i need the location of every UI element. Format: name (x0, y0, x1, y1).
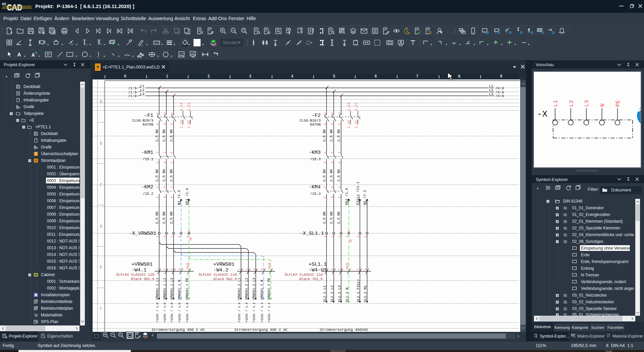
svg-text:1.14: 1.14 (347, 120, 351, 128)
svg-text:2: 2 (323, 162, 327, 164)
svg-text:6: 6 (170, 196, 174, 198)
svg-text:2,5 BK: 2,5 BK (162, 211, 166, 224)
svg-text:-KM1: -KM1 (141, 150, 153, 156)
svg-text:2: 2 (246, 269, 249, 270)
svg-text:3: 3 (338, 236, 341, 237)
svg-text:VRWS01.1 L3: VRWS01.1 L3 (170, 278, 174, 300)
svg-text:a: a (35, 51, 37, 55)
svg-text:+SZ01 / 1.0: +SZ01 / 1.0 (178, 303, 181, 322)
svg-text:L1: L1 (140, 84, 145, 88)
svg-text:-KM3: -KM3 (309, 150, 321, 156)
svg-text:L3: L3 (140, 92, 145, 96)
svg-text:/15.3: /15.3 (310, 157, 321, 161)
svg-text:1: 1 (156, 152, 159, 153)
svg-text:5: 5 (170, 152, 174, 153)
svg-text:Stromversorgung 400 V AC: Stromversorgung 400 V AC (152, 328, 205, 332)
svg-text:B: B (100, 141, 102, 146)
svg-text:EATON: EATON (310, 123, 321, 127)
svg-text:1.14: 1.14 (180, 120, 183, 128)
svg-text:+SZ01 / 1.0: +SZ01 / 1.0 (186, 303, 189, 322)
svg-text:VRWS01.2 L1: VRWS01.2 L1 (237, 278, 241, 300)
svg-text:2,5 BK: 2,5 BK (155, 169, 159, 182)
svg-text:1: 1 (323, 152, 327, 153)
svg-text:4: 4 (331, 162, 334, 164)
svg-text:VRWS01.2 N: VRWS01.2 N (260, 280, 264, 300)
svg-text:PE: PE (350, 239, 353, 243)
svg-text:Stromversorgung 400VAC: Stromversorgung 400VAC (320, 328, 369, 332)
svg-text:PE: PE (615, 100, 621, 107)
svg-text:2: 2 (163, 269, 167, 270)
svg-text:F: F (100, 307, 102, 311)
svg-text:6: 6 (338, 196, 341, 198)
svg-text:-W4.1: -W4.1 (131, 267, 147, 273)
svg-text:2,5 BK: 2,5 BK (155, 129, 159, 142)
svg-text:1: 1 (156, 186, 159, 188)
svg-text:6: 6 (364, 269, 368, 270)
svg-text:6: 6 (170, 162, 174, 164)
svg-text:-X_VRWS01: -X_VRWS01 (129, 231, 156, 236)
svg-text:4: 4 (331, 123, 334, 125)
svg-text:N: N (599, 103, 606, 107)
svg-text:+SL1.1: +SL1.1 (309, 262, 327, 267)
svg-text:-F2: -F2 (312, 113, 321, 119)
svg-text:+SZ01 / 1.0: +SZ01 / 1.0 (156, 303, 159, 322)
svg-text:Black 5G2,5: Black 5G2,5 (214, 277, 237, 281)
svg-text:2: 2 (323, 196, 327, 198)
svg-text:2,5 BK: 2,5 BK (329, 211, 333, 224)
svg-text:4: 4 (346, 236, 349, 237)
svg-text:2,5 BK: 2,5 BK (169, 129, 173, 142)
svg-text:ÖLFLEX CLASSIC 110: ÖLFLEX CLASSIC 110 (199, 273, 237, 277)
svg-text:VRWS01.2 PE: VRWS01.2 PE (267, 278, 271, 300)
svg-text:-KM2: -KM2 (141, 184, 153, 190)
svg-text:/4:0: /4:0 (495, 86, 504, 90)
svg-text:3: 3 (163, 113, 167, 114)
svg-text:2: 2 (156, 196, 159, 198)
svg-text:SL1.1 L3: SL1.1 L3 (337, 285, 341, 302)
svg-text:5: 5 (170, 113, 174, 114)
svg-text:/1:9·: /1:9· (128, 86, 139, 90)
svg-text:ÖLFLEX CLASSIC 110: ÖLFLEX CLASSIC 110 (285, 273, 323, 277)
svg-text:2: 2 (156, 162, 159, 164)
svg-text:-W4.2: -W4.2 (213, 267, 228, 273)
svg-text:ÖLFLEX CLASSIC 110: ÖLFLEX CLASSIC 110 (116, 273, 154, 277)
svg-text:L1: L1 (489, 84, 493, 88)
svg-text:1.13: 1.13 (180, 103, 183, 111)
svg-text:2,5 BK: 2,5 BK (169, 211, 173, 224)
svg-text:2,5 BK: 2,5 BK (329, 169, 333, 182)
svg-text:2,5 BK: 2,5 BK (322, 211, 326, 224)
svg-text:VRWS01.1 N: VRWS01.1 N (178, 280, 181, 300)
svg-text:L2: L2 (140, 88, 145, 92)
svg-text:1.22: 1.22 (187, 120, 191, 128)
svg-text:3: 3 (338, 269, 341, 270)
svg-text:6: 6 (170, 123, 174, 125)
svg-text:EATON: EATON (143, 123, 153, 127)
svg-text:+SZ01 / 1.4: +SZ01 / 1.4 (253, 303, 256, 322)
svg-text:GNYE: GNYE (346, 263, 349, 269)
svg-text:1: 1 (156, 236, 160, 237)
svg-text:C: C (100, 183, 102, 187)
svg-text:4: 4 (331, 196, 334, 198)
svg-text:6: 6 (338, 162, 341, 164)
svg-text:GNYE: GNYE (268, 263, 271, 269)
svg-text:/15.1: /15.1 (143, 157, 153, 161)
svg-text:SL1.1 F31L+: SL1.1 F31L+ (356, 279, 360, 302)
svg-text:5: 5 (357, 236, 360, 237)
svg-text:/1:9·: /1:9· (128, 94, 139, 98)
svg-text:L2: L2 (489, 88, 493, 92)
svg-text:L2: L2 (568, 100, 575, 107)
svg-text:WS: WS (2, 2, 6, 6)
svg-text:Stromversorgung 400 V AC: Stromversorgung 400 V AC (234, 328, 288, 332)
svg-text:GNYE: GNYE (186, 263, 190, 269)
svg-text:Black 5G2,5: Black 5G2,5 (131, 277, 154, 281)
svg-text:2,5 BK: 2,5 BK (155, 211, 159, 224)
svg-text:6: 6 (338, 123, 341, 125)
svg-text:L3: L3 (489, 92, 493, 96)
svg-text:3: 3 (331, 186, 334, 188)
svg-text:+SZ01 / 1.4: +SZ01 / 1.4 (245, 303, 249, 322)
svg-text:1: 1 (238, 269, 241, 270)
svg-text:1.22: 1.22 (355, 120, 358, 128)
svg-text:3: 3 (171, 269, 174, 270)
svg-text:CLS6-B16/3: CLS6-B16/3 (300, 119, 321, 123)
svg-text:SL1.1 L2: SL1.1 L2 (330, 285, 334, 302)
svg-text:L3: L3 (584, 100, 590, 107)
